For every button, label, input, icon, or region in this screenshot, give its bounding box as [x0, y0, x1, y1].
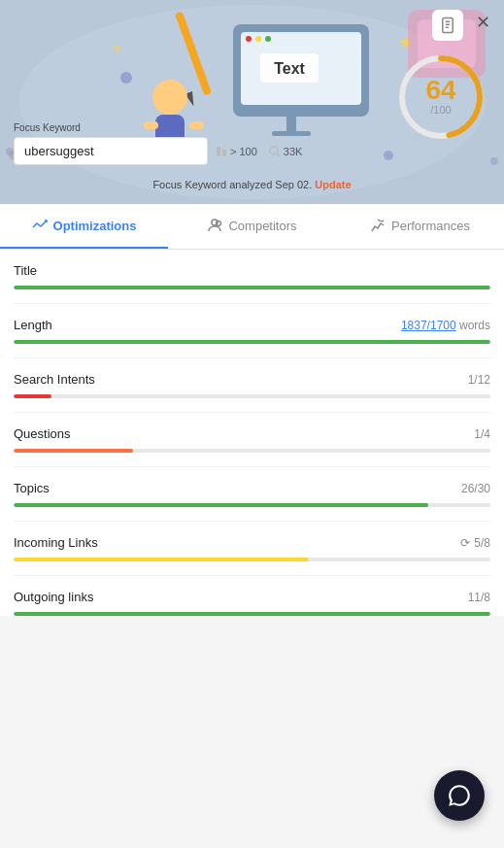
- metric-block-topics: Topics 26/30: [14, 467, 490, 522]
- metric-name: Outgoing links: [14, 590, 93, 604]
- progress-bar-bg: [14, 340, 490, 344]
- progress-bar-fill: [14, 340, 490, 344]
- kw-difficulty: > 100: [216, 146, 257, 157]
- metric-block-search-intents: Search Intents 1/12: [14, 358, 490, 413]
- progress-bar-bg: [14, 612, 490, 616]
- doc-icon: [432, 10, 463, 41]
- progress-bar-fill: [14, 558, 309, 561]
- progress-bar-bg: [14, 558, 490, 561]
- svg-point-20: [120, 72, 132, 84]
- metric-block-questions: Questions 1/4: [14, 413, 490, 467]
- svg-point-7: [255, 36, 261, 42]
- progress-bar-fill: [14, 286, 490, 289]
- kw-meta: > 100 33K: [216, 146, 302, 157]
- svg-point-21: [384, 151, 393, 160]
- tab-competitors[interactable]: Competitors: [168, 204, 336, 249]
- length-link[interactable]: 1837/1700: [401, 319, 456, 332]
- tabs-bar: Optimizations Competitors Performances: [0, 204, 504, 250]
- svg-rect-33: [217, 147, 220, 156]
- focus-keyword-area: Focus Keyword > 100 33K: [14, 122, 302, 165]
- update-link[interactable]: Update: [315, 179, 351, 190]
- metric-value: 1837/1700 words: [401, 319, 490, 332]
- svg-point-8: [265, 36, 271, 42]
- tab-competitors-label: Competitors: [228, 219, 296, 233]
- tab-performances-label: Performances: [391, 219, 470, 233]
- metric-name: Length: [14, 318, 52, 332]
- metric-name: Incoming Links: [14, 535, 98, 550]
- svg-point-37: [217, 221, 221, 226]
- dot-right: [490, 157, 498, 165]
- score-circle: 64 /100: [397, 53, 485, 141]
- metric-value: 1/12: [468, 373, 490, 387]
- svg-rect-34: [222, 150, 226, 156]
- metric-block-incoming-links: Incoming Links ⟳5/8: [14, 522, 490, 576]
- analyzed-text: Focus Keyword analyzed Sep 02.: [152, 179, 312, 190]
- metric-block-title: Title: [14, 250, 490, 304]
- kw-difficulty-value: > 100: [230, 146, 257, 157]
- metric-block-outgoing-links: Outgoing links 11/8: [14, 576, 490, 616]
- progress-bar-fill: [14, 449, 133, 453]
- metric-value: ⟳5/8: [460, 536, 490, 550]
- refresh-icon[interactable]: ⟳: [460, 536, 470, 550]
- metric-value: 1/4: [474, 427, 490, 441]
- svg-point-13: [152, 80, 187, 115]
- tab-optimizations-label: Optimizations: [53, 219, 137, 233]
- tab-performances[interactable]: Performances: [336, 204, 504, 249]
- score-number: 64: [425, 77, 455, 104]
- svg-text:Text: Text: [274, 60, 305, 77]
- dot-left: [6, 148, 14, 155]
- metric-value: 26/30: [461, 482, 490, 495]
- progress-bar-fill: [14, 394, 51, 398]
- main-content: Title Length 1837/1700 words Search Inte…: [0, 250, 504, 616]
- metric-name: Search Intents: [14, 372, 95, 387]
- svg-line-36: [277, 153, 280, 156]
- metric-name: Topics: [14, 481, 50, 495]
- progress-bar-bg: [14, 449, 490, 453]
- metric-block-length: Length 1837/1700 words: [14, 304, 490, 358]
- close-button[interactable]: ✕: [476, 12, 490, 33]
- metric-name: Questions: [14, 426, 71, 441]
- progress-bar-bg: [14, 503, 490, 507]
- svg-point-6: [246, 36, 252, 42]
- hero-section: Text ★ ✦ ✕: [0, 0, 504, 204]
- svg-text:✦: ✦: [112, 41, 123, 56]
- focus-keyword-label: Focus Keyword: [14, 122, 302, 133]
- kw-volume: 33K: [269, 146, 303, 157]
- tab-optimizations[interactable]: Optimizations: [0, 204, 168, 249]
- progress-bar-fill: [14, 503, 428, 507]
- svg-point-35: [270, 147, 278, 154]
- analyzed-bar: Focus Keyword analyzed Sep 02. Update: [0, 179, 504, 190]
- metric-name: Title: [14, 263, 37, 278]
- progress-bar-fill: [14, 612, 490, 616]
- progress-bar-bg: [14, 394, 490, 398]
- score-denom: /100: [425, 104, 455, 116]
- kw-volume-value: 33K: [284, 146, 303, 157]
- progress-bar-bg: [14, 286, 490, 289]
- chat-button[interactable]: [434, 770, 485, 821]
- focus-keyword-input[interactable]: [14, 137, 208, 165]
- metric-value: 11/8: [468, 591, 490, 604]
